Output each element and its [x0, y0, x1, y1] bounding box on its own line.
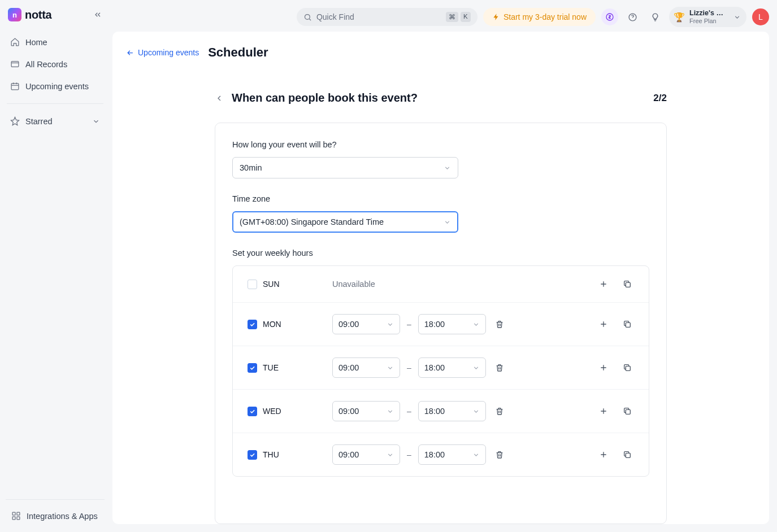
- collapse-sidebar-icon[interactable]: [93, 10, 102, 19]
- apps-icon: [11, 511, 21, 521]
- quick-find-shortcut: ⌘ K: [446, 12, 471, 22]
- time-dash: –: [407, 363, 411, 372]
- copy-slot-button[interactable]: [620, 448, 634, 461]
- end-time-value: 18:00: [424, 363, 445, 372]
- delete-slot-button[interactable]: [493, 317, 506, 331]
- start-time-value: 09:00: [338, 450, 359, 459]
- plus-icon: [599, 280, 608, 289]
- sidebar-item-integrations[interactable]: Integrations & Apps: [7, 507, 103, 525]
- day-name: SUN: [263, 280, 280, 289]
- copy-slot-button[interactable]: [620, 361, 634, 374]
- day-checkbox[interactable]: [248, 363, 257, 373]
- chevron-left-icon: [215, 94, 224, 103]
- start-time-select[interactable]: 09:00: [332, 314, 400, 334]
- end-time-value: 18:00: [424, 407, 445, 416]
- chevron-down-icon: [444, 219, 451, 226]
- timezone-select[interactable]: (GMT+08:00) Singapore Standard Time: [232, 211, 458, 233]
- end-time-select[interactable]: 18:00: [418, 444, 486, 465]
- duration-label: How long your event will be?: [232, 140, 649, 149]
- step-back-button[interactable]: [215, 94, 224, 103]
- duration-select[interactable]: 30min: [232, 157, 458, 178]
- copy-slot-button[interactable]: [620, 317, 634, 331]
- start-trial-button[interactable]: Start my 3-day trial now: [483, 8, 596, 26]
- quick-find-placeholder: Quick Find: [316, 12, 354, 21]
- day-checkbox[interactable]: [248, 320, 257, 329]
- trophy-icon: 🏆: [674, 12, 685, 23]
- chevron-down-icon: [733, 14, 741, 21]
- help-button[interactable]: [624, 8, 641, 25]
- add-slot-button[interactable]: [597, 317, 610, 331]
- day-checkbox[interactable]: [248, 450, 257, 460]
- add-slot-button[interactable]: [597, 404, 610, 418]
- breadcrumb-back[interactable]: Upcoming events: [126, 48, 199, 57]
- delete-slot-button[interactable]: [493, 404, 506, 418]
- day-checkbox[interactable]: [248, 280, 257, 289]
- quick-find[interactable]: Quick Find ⌘ K: [297, 8, 478, 26]
- page-title: Scheduler: [208, 45, 268, 60]
- timezone-value: (GMT+08:00) Singapore Standard Time: [240, 217, 384, 226]
- add-slot-button[interactable]: [597, 448, 610, 461]
- duration-value: 30min: [240, 163, 262, 172]
- star-icon: [10, 116, 20, 126]
- end-time-select[interactable]: 18:00: [418, 401, 486, 421]
- start-time-value: 09:00: [338, 363, 359, 372]
- workspace-plan: Free Plan: [689, 18, 729, 24]
- delete-slot-button[interactable]: [493, 361, 506, 374]
- day-name: THU: [263, 450, 279, 459]
- chevron-down-icon: [387, 408, 394, 415]
- svg-rect-11: [626, 366, 630, 370]
- end-time-value: 18:00: [424, 450, 445, 459]
- workspace-switcher[interactable]: 🏆 Lizzie's W… Free Plan: [669, 7, 746, 27]
- weekly-hours-box: SUN Unavailable MON 09:00 – 18:00 TUE: [232, 265, 649, 477]
- day-row: THU 09:00 – 18:00: [233, 433, 649, 476]
- sidebar: n notta Home All Records Upcoming events…: [0, 0, 110, 532]
- sidebar-item-starred[interactable]: Starred: [6, 111, 105, 132]
- svg-rect-12: [626, 409, 630, 414]
- start-time-select[interactable]: 09:00: [332, 444, 400, 465]
- end-time-select[interactable]: 18:00: [418, 357, 486, 378]
- chevron-down-icon: [387, 321, 394, 328]
- time-dash: –: [407, 407, 411, 416]
- end-time-select[interactable]: 18:00: [418, 314, 486, 334]
- user-avatar[interactable]: L: [752, 8, 769, 25]
- svg-rect-3: [17, 512, 20, 515]
- copy-icon: [623, 320, 632, 329]
- breadcrumb-back-label: Upcoming events: [138, 48, 199, 57]
- check-icon: [249, 365, 255, 371]
- trash-icon: [495, 450, 504, 459]
- sidebar-item-home[interactable]: Home: [6, 32, 105, 53]
- svg-rect-10: [626, 322, 630, 327]
- brand-logo[interactable]: n notta: [8, 8, 51, 21]
- copy-slot-button[interactable]: [620, 404, 634, 418]
- trash-icon: [495, 363, 504, 372]
- svg-point-6: [305, 14, 310, 19]
- copy-slot-button[interactable]: [620, 277, 634, 291]
- sidebar-item-label: Starred: [25, 117, 53, 126]
- day-row: SUN Unavailable: [233, 266, 649, 303]
- sidebar-item-label: Integrations & Apps: [27, 512, 98, 521]
- check-icon: [249, 321, 255, 328]
- sidebar-item-label: Home: [25, 38, 47, 47]
- sidebar-item-upcoming-events[interactable]: Upcoming events: [6, 76, 105, 97]
- add-slot-button[interactable]: [597, 277, 610, 291]
- sidebar-item-all-records[interactable]: All Records: [6, 54, 105, 75]
- copy-icon: [623, 363, 632, 372]
- delete-slot-button[interactable]: [493, 448, 506, 461]
- brand-mark-icon: n: [8, 8, 21, 21]
- records-icon: [10, 59, 20, 69]
- day-name: TUE: [263, 363, 279, 372]
- add-slot-button[interactable]: [597, 361, 610, 374]
- svg-rect-4: [12, 517, 15, 520]
- plus-icon: [599, 407, 608, 416]
- start-time-select[interactable]: 09:00: [332, 357, 400, 378]
- start-time-value: 09:00: [338, 407, 359, 416]
- sidebar-item-label: Upcoming events: [25, 82, 89, 91]
- search-icon: [303, 13, 312, 21]
- weekly-hours-label: Set your weekly hours: [232, 248, 649, 258]
- credits-button[interactable]: [601, 8, 618, 25]
- day-row: MON 09:00 – 18:00: [233, 303, 649, 346]
- hints-button[interactable]: [646, 8, 663, 25]
- day-checkbox[interactable]: [248, 407, 257, 416]
- plus-icon: [599, 363, 608, 372]
- start-time-select[interactable]: 09:00: [332, 401, 400, 421]
